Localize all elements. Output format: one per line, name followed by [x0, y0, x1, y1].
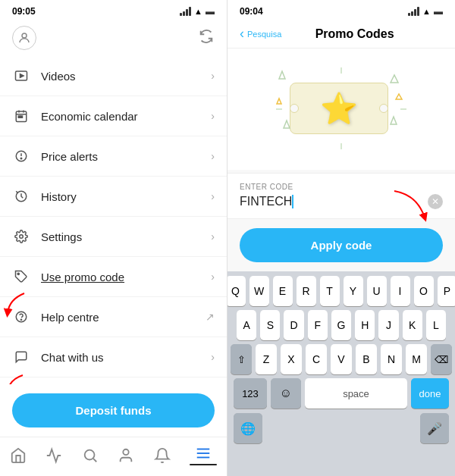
menu-item-chat[interactable]: Chat with us › — [0, 337, 227, 377]
key-f[interactable]: F — [308, 310, 328, 340]
bottom-nav-portfolio[interactable] — [118, 447, 134, 464]
key-t[interactable]: T — [320, 276, 340, 306]
status-icons-right: ▲ ▬ — [408, 6, 443, 17]
promo-image-area: ⭐ — [228, 49, 455, 170]
key-b[interactable]: B — [356, 344, 377, 374]
globe-icon-key[interactable]: 🌐 — [234, 413, 262, 443]
wifi-icon-right: ▲ — [422, 7, 431, 16]
key-s[interactable]: S — [260, 310, 280, 340]
key-r[interactable]: R — [297, 276, 316, 306]
key-c[interactable]: C — [306, 344, 327, 374]
menu-item-community[interactable]: Community forum ↗ — [0, 377, 227, 384]
chat-icon — [12, 348, 30, 366]
keyboard-row-4: 123 ☺ space done — [231, 378, 452, 409]
svg-marker-2 — [20, 74, 24, 78]
key-x[interactable]: X — [281, 344, 302, 374]
bottom-nav-markets[interactable] — [46, 447, 62, 464]
menu-item-price-alerts[interactable]: Price alerts › — [0, 136, 227, 177]
back-label: Pesquisa — [247, 30, 281, 39]
status-bar-right: 09:04 ▲ ▬ — [228, 0, 455, 20]
back-button[interactable]: ‹ — [240, 26, 244, 42]
chevron-videos: › — [211, 70, 215, 82]
mic-icon-key[interactable]: 🎤 — [420, 413, 449, 443]
price-alerts-icon — [12, 147, 30, 165]
menu-item-help-centre[interactable]: Help centre ↗ — [0, 297, 227, 337]
keyboard-extras-row: 🌐 🎤 — [231, 409, 452, 445]
key-q[interactable]: Q — [228, 276, 246, 306]
done-key[interactable]: done — [411, 378, 449, 409]
key-o[interactable]: O — [414, 276, 434, 306]
space-key[interactable]: space — [305, 378, 407, 409]
svg-point-14 — [17, 273, 19, 274]
key-l[interactable]: L — [426, 310, 446, 340]
status-bar-left: 09:05 ▲ ▬ — [0, 0, 227, 20]
svg-marker-29 — [277, 99, 281, 104]
svg-marker-28 — [396, 94, 402, 99]
key-a[interactable]: A — [237, 310, 256, 340]
input-label: ENTER CODE — [240, 183, 443, 191]
menu-item-history[interactable]: History › — [0, 177, 227, 217]
chevron-chat: › — [211, 351, 215, 363]
apply-button[interactable]: Apply code — [240, 228, 443, 262]
menu-label-price-alerts: Price alerts — [41, 150, 211, 163]
key-u[interactable]: U — [367, 276, 387, 306]
key-w[interactable]: W — [249, 276, 269, 306]
key-h[interactable]: H — [355, 310, 375, 340]
menu-item-promo-code[interactable]: Use promo code › — [0, 257, 227, 297]
shift-key[interactable]: ⇧ — [231, 344, 252, 374]
key-n[interactable]: N — [381, 344, 402, 374]
emoji-key[interactable]: ☺ — [271, 378, 301, 409]
key-p[interactable]: P — [438, 276, 456, 306]
bottom-nav-more[interactable] — [190, 445, 217, 465]
refresh-icon[interactable] — [198, 28, 215, 48]
menu-list: Videos › Economic calendar › — [0, 56, 227, 384]
active-indicator — [190, 464, 217, 465]
key-y[interactable]: Y — [344, 276, 363, 306]
key-z[interactable]: Z — [256, 344, 277, 374]
key-m[interactable]: M — [406, 344, 427, 374]
clear-button[interactable]: ✕ — [428, 194, 443, 209]
code-display: FINTECH — [240, 195, 293, 209]
svg-point-0 — [22, 33, 27, 38]
left-panel: 09:05 ▲ ▬ — [0, 0, 228, 476]
menu-item-settings[interactable]: Settings › — [0, 217, 227, 257]
svg-point-18 — [84, 449, 94, 459]
bottom-nav-notifications[interactable] — [154, 447, 171, 464]
battery-icon-right: ▬ — [434, 6, 443, 17]
menu-item-economic-calendar[interactable]: Economic calendar › — [0, 96, 227, 136]
key-j[interactable]: J — [378, 310, 398, 340]
key-e[interactable]: E — [273, 276, 293, 306]
num-key[interactable]: 123 — [234, 378, 267, 409]
key-v[interactable]: V — [331, 344, 352, 374]
svg-marker-26 — [391, 117, 397, 124]
svg-point-20 — [124, 449, 129, 454]
key-g[interactable]: G — [331, 310, 351, 340]
external-help-centre: ↗ — [206, 311, 215, 323]
menu-label-promo-code: Use promo code — [41, 271, 211, 283]
key-d[interactable]: D — [284, 310, 303, 340]
help-icon — [12, 308, 30, 326]
chevron-settings: › — [211, 230, 215, 243]
keyboard-row-2: A S D F G H J K L — [231, 310, 452, 340]
menu-item-videos[interactable]: Videos › — [0, 56, 227, 96]
deposit-button[interactable]: Deposit funds — [12, 393, 215, 427]
svg-point-11 — [20, 158, 22, 159]
key-k[interactable]: K — [403, 310, 422, 340]
bottom-nav-home[interactable] — [10, 447, 27, 464]
chevron-promo-code: › — [211, 271, 215, 283]
right-panel: 09:04 ▲ ▬ ‹ Pesquisa Promo Codes ⭐ — [228, 0, 455, 476]
calendar-icon — [12, 107, 30, 125]
signal-icon-right — [408, 7, 419, 16]
code-input-row: FINTECH ✕ — [240, 194, 443, 209]
history-icon — [12, 187, 30, 205]
menu-label-history: History — [41, 190, 211, 203]
status-icons-left: ▲ ▬ — [180, 6, 215, 17]
signal-icon — [180, 7, 191, 16]
avatar[interactable] — [12, 26, 36, 50]
svg-point-13 — [20, 235, 24, 239]
keyboard: Q W E R T Y U I O P A S D F G H J K L ⇧ … — [228, 271, 455, 476]
bottom-nav-search[interactable] — [82, 447, 99, 464]
code-value: FINTECH — [240, 195, 292, 208]
delete-key[interactable]: ⌫ — [431, 344, 452, 374]
key-i[interactable]: I — [391, 276, 410, 306]
